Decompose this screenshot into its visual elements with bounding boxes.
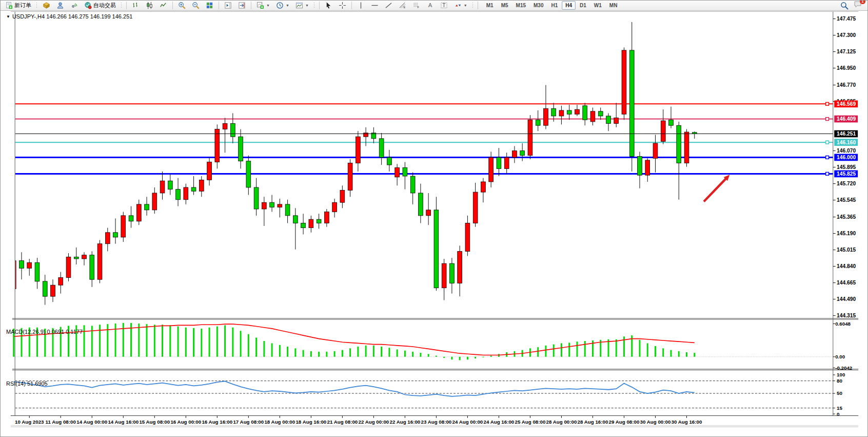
candle [528,115,532,159]
add-indicator-button[interactable]: ▼ [254,1,272,10]
text-label-tool-button[interactable]: T [438,1,450,10]
rsi-tick-label: 50 [837,390,842,396]
candle-body-bear [270,202,274,207]
signals-button[interactable] [68,1,81,10]
notifications-button[interactable]: 1 [854,1,862,10]
price-tick-label: 146.070 [837,148,856,154]
hline-handle[interactable] [826,141,829,144]
candle-body-bear [551,108,556,116]
candle-body-bull [105,233,110,244]
candle-body-bull [504,157,509,168]
candle-body-bull [66,257,71,277]
candle-body-bear [43,281,47,296]
time-tick-label: 10 Aug 2023 [15,419,44,425]
chart-canvas[interactable]: 147.475147.300147.125146.950146.770146.5… [1,11,868,437]
vertical-line-icon [357,2,365,9]
candle-body-bear [145,204,149,210]
horizontal-line-tool-button[interactable] [368,1,381,10]
timeframe-button-H1[interactable]: H1 [547,1,561,10]
accounts-button[interactable] [54,1,67,10]
auto-trading-button[interactable]: 自动交易 [82,1,119,10]
zoom-in-button[interactable] [175,1,188,10]
candle-body-bull [426,210,431,216]
gold-cube-icon [43,2,50,9]
toolbar-separator [126,2,127,9]
bar-chart-button[interactable] [129,1,142,10]
candle-body-bull [489,157,494,182]
zoom-out-button[interactable] [189,1,202,10]
timeframe-button-D1[interactable]: D1 [576,1,590,10]
grid-tool-button[interactable]: F [410,1,423,10]
toolbar-separator [319,2,320,9]
candle-body-bear [598,111,603,116]
candle-body-bear [317,219,321,223]
timeframe-button-MN[interactable]: MN [606,1,621,10]
svg-text:E: E [403,6,405,9]
symbol-dropdown-icon[interactable]: ▼ [6,14,10,19]
add-indicator-icon [257,2,264,9]
hline-handle[interactable] [826,173,829,176]
candle-body-bear [246,161,251,187]
cursor-tool-button[interactable] [322,1,335,10]
candle [121,212,126,242]
candle-body-bull [121,216,126,237]
candle [97,240,102,283]
candle-body-bull [262,202,266,209]
timeframe-button-M30[interactable]: M30 [530,1,547,10]
fibonacci-tool-button[interactable]: E [396,1,409,10]
candle-body-bull [614,118,619,124]
candle-body-bear [35,262,40,281]
timeframe-button-M15[interactable]: M15 [512,1,529,10]
price-tick-label: 145.015 [837,247,856,253]
new-order-button[interactable]: 新订单 [3,1,34,10]
candle-body-bear [410,176,415,193]
arrows-tool-button[interactable]: ▼ [451,1,470,10]
arrows-icon [454,2,462,9]
candlestick-chart-button[interactable] [143,1,156,10]
vertical-line-tool-button[interactable] [354,1,367,10]
candle-body-bear [677,125,681,163]
timeframe-button-H4[interactable]: H4 [562,1,576,10]
candle-body-bear [113,233,118,237]
candle-body-bull [215,129,220,162]
timeframe-button-W1[interactable]: W1 [590,1,605,10]
candle-body-bull [223,124,227,129]
time-tick-label: 17 Aug 08:00 [233,419,264,425]
template-icon [295,2,303,9]
candle-body-bear [638,157,642,176]
timeframe-button-M5[interactable]: M5 [498,1,512,10]
fibonacci-icon: E [399,2,406,9]
hline-handle[interactable] [826,156,829,159]
text-tool-button[interactable]: A [424,1,437,10]
price-tick-label: 147.475 [837,16,856,22]
history-center-button[interactable] [40,1,53,10]
candle-body-bull [348,163,352,190]
hline-handle[interactable] [826,102,829,105]
toolbar-separator [351,2,352,9]
chart-title-text: USDJPY-,H4 146.266 146.275 146.199 146.2… [12,13,132,20]
line-chart-button[interactable] [157,1,170,10]
time-tick-label: 16 Aug 00:00 [170,419,201,425]
toolbar-gripper [472,2,474,9]
price-tick-label: 145.720 [837,181,856,186]
toolbar-gripper [313,2,315,9]
auto-scroll-button[interactable] [235,1,248,10]
rsi-tick-label: 80 [837,378,842,384]
candle-body-bear [450,263,455,283]
period-button[interactable]: ▼ [273,1,292,10]
search-icon[interactable] [840,2,849,10]
crosshair-tool-button[interactable] [336,1,349,10]
hline-handle[interactable] [826,118,829,121]
candle-body-bull [324,212,329,223]
timeframe-button-M1[interactable]: M1 [483,1,497,10]
notification-badge: 1 [860,0,865,4]
time-tick-label: 29 Aug 08:00 [609,419,640,425]
candle-body-bull [51,285,55,296]
candle-body-bull [544,108,548,125]
candle-body-bull [528,120,532,156]
trendline-tool-button[interactable] [382,1,395,10]
chart-shift-button[interactable] [222,1,234,10]
template-button[interactable]: ▼ [293,1,311,10]
price-badge-label: 146.251 [837,131,856,137]
tile-windows-button[interactable] [203,1,216,10]
